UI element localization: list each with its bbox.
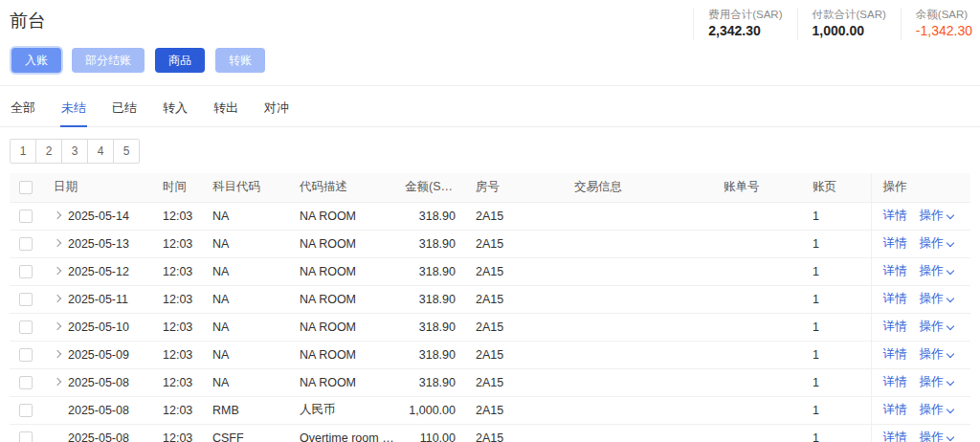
cell-page: 1 [801,230,871,257]
cell-bill [712,396,801,424]
detail-link[interactable]: 详情 [883,375,907,388]
partial-checkout-button[interactable]: 部分结账 [72,48,145,73]
tab-transfer-in[interactable]: 转入 [162,93,189,126]
stat-balance: 余额(SAR) -1,342.30 [901,8,980,40]
more-actions-label: 操作 [920,292,944,305]
cell-page: 1 [801,285,871,313]
more-actions-link[interactable]: 操作 [920,431,953,442]
transfer-button[interactable]: 转账 [215,48,265,73]
cell-desc: NA ROOM [300,257,405,285]
tab-offset[interactable]: 对冲 [263,93,290,126]
expand-chevron-icon[interactable] [54,378,61,386]
page-button-1[interactable]: 1 [10,139,36,164]
cell-page: 1 [801,396,871,424]
cell-time: 12:03 [163,341,212,368]
table-row: 2025-05-13 12:03 NA NA ROOM 318.90 2A15 … [10,230,970,257]
stat-total-payments: 付款合计(SAR) 1,000.00 [797,8,901,40]
pagination: 1 2 3 4 5 [10,139,970,164]
detail-link[interactable]: 详情 [883,347,907,361]
cell-room: 2A15 [464,341,563,368]
more-actions-link[interactable]: 操作 [920,320,953,333]
detail-link[interactable]: 详情 [883,236,907,250]
expand-chevron-icon[interactable] [54,322,61,330]
cell-room: 2A15 [464,396,563,424]
detail-link[interactable]: 详情 [883,320,907,333]
cell-time: 12:03 [163,202,212,230]
more-actions-link[interactable]: 操作 [920,292,953,305]
page-button-4[interactable]: 4 [87,139,114,164]
post-charge-button[interactable]: 入账 [11,48,61,73]
cell-info [563,313,712,341]
row-checkbox[interactable] [19,431,33,442]
cell-amount: 110.00 [405,424,464,442]
cell-amount: 318.90 [405,230,464,257]
row-checkbox[interactable] [19,210,33,223]
cell-page: 1 [801,341,871,368]
stat-value: 1,000.00 [813,22,886,40]
more-actions-link[interactable]: 操作 [920,375,953,388]
chevron-down-icon [946,349,953,357]
more-actions-link[interactable]: 操作 [920,347,953,361]
row-checkbox[interactable] [19,237,33,251]
row-checkbox[interactable] [19,265,33,278]
cell-bill [712,313,801,341]
more-actions-label: 操作 [920,403,944,416]
row-checkbox[interactable] [19,348,33,362]
more-actions-label: 操作 [920,431,944,442]
cell-bill [712,230,801,257]
page-button-3[interactable]: 3 [61,139,88,164]
cell-amount: 318.90 [405,257,464,285]
cell-room: 2A15 [464,230,563,257]
expand-chevron-icon[interactable] [54,267,61,275]
page-button-5[interactable]: 5 [113,139,140,164]
goods-button[interactable]: 商品 [155,48,205,73]
more-actions-label: 操作 [920,209,944,222]
tab-all[interactable]: 全部 [10,93,36,126]
cell-info [563,285,712,313]
column-room: 房号 [464,173,563,202]
cell-time: 12:03 [163,257,212,285]
row-checkbox[interactable] [19,376,33,389]
detail-link[interactable]: 详情 [883,403,907,416]
cell-code: NA [212,257,300,285]
tab-transfer-out[interactable]: 转出 [212,93,239,126]
tab-unsettled[interactable]: 未结 [60,93,87,126]
detail-link[interactable]: 详情 [883,209,907,222]
cell-room: 2A15 [464,368,563,396]
page-button-2[interactable]: 2 [35,139,62,164]
column-info: 交易信息 [563,173,712,202]
select-all-checkbox[interactable] [19,181,33,194]
more-actions-link[interactable]: 操作 [920,403,953,416]
expand-chevron-icon[interactable] [54,239,61,247]
row-checkbox[interactable] [19,293,33,306]
more-actions-link[interactable]: 操作 [920,264,953,277]
cell-code: NA [212,285,300,313]
stat-value-negative: -1,342.30 [916,22,972,40]
cell-date: 2025-05-13 [68,237,129,251]
column-bill: 账单号 [712,173,801,202]
detail-link[interactable]: 详情 [883,264,907,277]
cell-date: 2025-05-14 [68,210,129,223]
more-actions-label: 操作 [920,236,944,250]
column-page: 账页 [801,173,871,202]
expand-chevron-icon[interactable] [54,295,61,302]
stat-label: 付款合计(SAR) [813,8,886,22]
row-checkbox[interactable] [19,404,33,417]
chevron-down-icon [946,321,953,329]
filter-tabs: 全部 未结 已结 转入 转出 对冲 [0,93,980,127]
stat-total-charges: 费用合计(SAR) 2,342.30 [693,8,796,40]
tab-settled[interactable]: 已结 [111,93,138,126]
summary-stats: 费用合计(SAR) 2,342.30 付款合计(SAR) 1,000.00 余额… [693,8,980,40]
detail-link[interactable]: 详情 [883,292,907,305]
stat-value: 2,342.30 [708,22,782,40]
more-actions-link[interactable]: 操作 [920,236,953,250]
expand-chevron-icon[interactable] [54,211,61,219]
cell-desc: NA ROOM [300,202,405,230]
cell-code: NA [212,202,300,230]
detail-link[interactable]: 详情 [883,431,907,442]
row-checkbox[interactable] [19,320,33,334]
cell-desc: Overtime room cha... [300,424,405,442]
more-actions-link[interactable]: 操作 [920,209,953,222]
table-row: 2025-05-12 12:03 NA NA ROOM 318.90 2A15 … [10,257,970,285]
expand-chevron-icon[interactable] [54,350,61,358]
